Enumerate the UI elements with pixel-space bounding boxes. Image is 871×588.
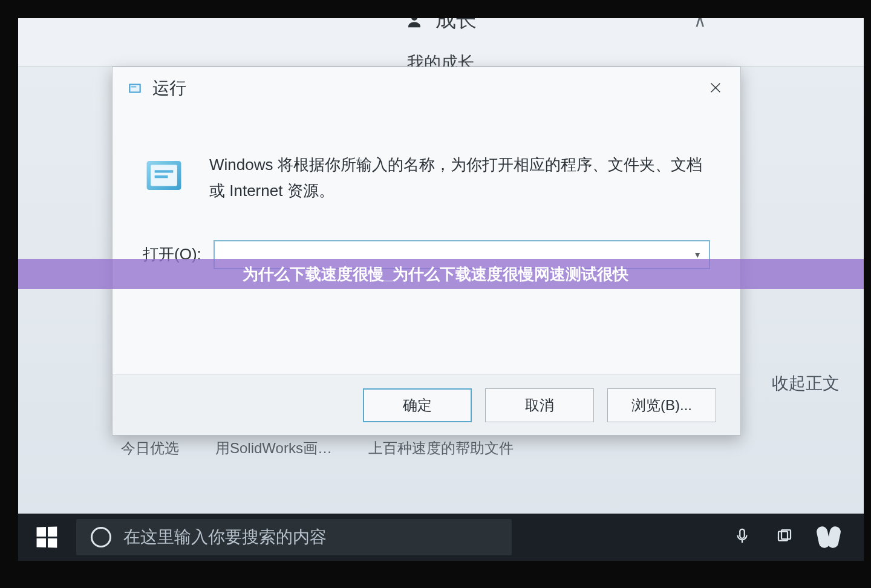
collapse-text-link[interactable]: 收起正文 xyxy=(772,372,840,395)
dialog-titlebar: 运行 xyxy=(113,67,740,109)
obscured-content-row: 今日优选 用SolidWorks画… 上百种速度的帮助文件 xyxy=(121,439,827,458)
svg-rect-6 xyxy=(155,170,174,172)
windows-logo-icon xyxy=(37,527,57,548)
dialog-title: 运行 xyxy=(152,77,186,100)
background-tab-label: 成长 xyxy=(436,6,477,34)
background-window: 成长 ∧ 我的成长 xyxy=(18,0,864,67)
open-input[interactable] xyxy=(214,240,710,269)
cortana-icon xyxy=(91,527,111,547)
microphone-icon[interactable] xyxy=(733,527,751,547)
taskbar: 在这里输入你要搜索的内容 xyxy=(18,514,864,561)
browse-button[interactable]: 浏览(B)... xyxy=(607,388,716,422)
svg-rect-3 xyxy=(131,87,137,88)
obscured-item: 用SolidWorks画… xyxy=(215,439,332,458)
run-icon xyxy=(127,80,143,96)
run-dialog: 运行 xyxy=(112,67,741,436)
close-button[interactable] xyxy=(703,76,728,101)
run-large-icon xyxy=(143,154,185,197)
task-view-icon[interactable] xyxy=(775,527,794,547)
svg-rect-2 xyxy=(130,85,139,92)
taskbar-search[interactable]: 在这里输入你要搜索的内容 xyxy=(76,519,512,555)
cancel-button[interactable]: 取消 xyxy=(485,388,594,422)
dialog-footer: 确定 取消 浏览(B)... xyxy=(113,374,740,435)
open-label: 打开(O): xyxy=(143,244,201,265)
ok-button[interactable]: 确定 xyxy=(363,388,472,422)
svg-point-0 xyxy=(411,15,417,21)
collapse-icon[interactable]: ∧ xyxy=(694,11,706,31)
start-button[interactable] xyxy=(23,514,70,561)
dialog-message: Windows 将根据你所输入的名称，为你打开相应的程序、文件夹、文档或 Int… xyxy=(209,152,710,204)
obscured-item: 上百种速度的帮助文件 xyxy=(368,439,514,458)
obscured-item: 今日优选 xyxy=(121,439,179,458)
person-icon xyxy=(405,11,423,29)
background-tab[interactable]: 成长 xyxy=(405,6,477,34)
svg-rect-7 xyxy=(155,175,168,178)
search-placeholder: 在这里输入你要搜索的内容 xyxy=(123,526,327,549)
copilot-icon[interactable] xyxy=(818,526,840,548)
svg-rect-8 xyxy=(740,529,745,538)
